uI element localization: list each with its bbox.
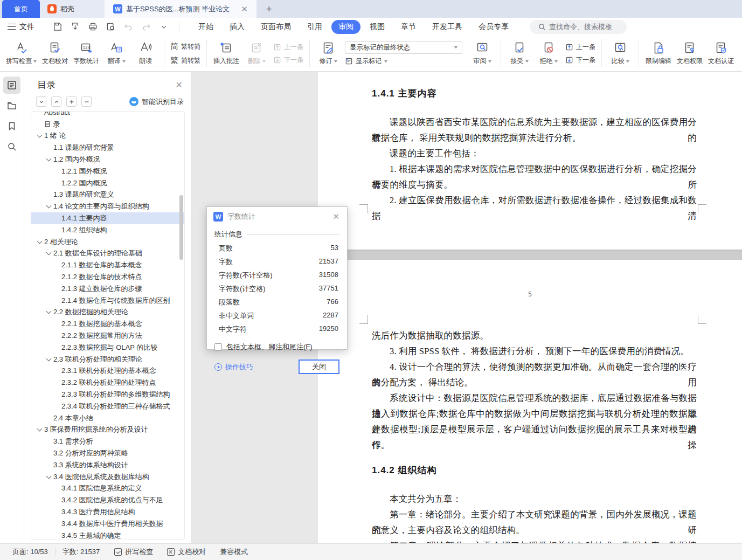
markup-state-select[interactable]: 显示标记的最终状态: [345, 41, 462, 54]
menu-tab[interactable]: 审阅: [331, 20, 360, 34]
toc-item[interactable]: 3.4.5 主题域的确定: [31, 530, 184, 540]
reviewer-button[interactable]: 审阅: [468, 40, 497, 67]
toc-item[interactable]: 1 绪 论: [31, 130, 184, 142]
task-pane-button[interactable]: [3, 97, 20, 114]
reject-revision-button[interactable]: 拒绝: [534, 40, 563, 67]
toc-item[interactable]: 1.2.2 国内概况: [31, 177, 184, 189]
toc-item[interactable]: 1.3 课题的研究意义: [31, 189, 184, 201]
zoom-in-button[interactable]: [66, 96, 77, 107]
toc-item[interactable]: 3.4.3 医疗费用信息结构: [31, 506, 184, 518]
spell-check-status[interactable]: 拼写检查: [107, 547, 160, 557]
word-count-indicator[interactable]: 字数: 21537: [56, 547, 107, 557]
toc-item[interactable]: Abstract: [31, 111, 184, 119]
tips-link[interactable]: 操作技巧: [214, 362, 253, 372]
read-aloud-button[interactable]: 朗读: [131, 40, 160, 67]
toc-item[interactable]: 2.2.1 数据挖掘的基本概念: [31, 318, 184, 330]
export-icon[interactable]: [70, 22, 80, 32]
toc-item[interactable]: 2.2.3.数据挖掘与 OLAP 的比较: [31, 342, 184, 354]
compare-button[interactable]: 比较: [606, 40, 635, 67]
toc-item[interactable]: 2.1.2 数据仓库的技术特点: [31, 271, 184, 283]
toc-item[interactable]: 1.4.1 主要内容: [31, 212, 184, 224]
toc-item[interactable]: 3.4.2 医院信息系统的优点与不足: [31, 494, 184, 506]
show-markup-button[interactable]: 显示标记: [345, 57, 462, 66]
previous-comment-button[interactable]: 上一条: [273, 43, 303, 52]
toc-item[interactable]: 1.2 国内外概况: [31, 154, 184, 165]
document-page-5[interactable]: 5 洗后作为数据抽取的数据源。3. 利用 SPSS 软件， 将数据进行分析， 预…: [318, 260, 742, 543]
menu-tab[interactable]: 章节: [394, 20, 423, 34]
spell-check-button[interactable]: 拼写检查: [3, 40, 39, 67]
undo-icon[interactable]: [123, 22, 134, 32]
next-revision-button[interactable]: 下一条: [565, 56, 595, 65]
checkbox[interactable]: [214, 343, 222, 351]
toc-item[interactable]: 2.2 数据挖掘的相关理论: [31, 307, 184, 319]
accept-revision-button[interactable]: 接受: [505, 40, 534, 67]
document-proof-button[interactable]: 文档校对: [39, 40, 71, 67]
close-icon[interactable]: ✕: [241, 4, 248, 14]
toc-item[interactable]: 2.3 联机分析处理的相关理论: [31, 354, 184, 365]
insert-comment-button[interactable]: 插入批注: [211, 40, 242, 67]
toc-item[interactable]: 1.2.1 国外概况: [31, 165, 184, 177]
toc-item[interactable]: 2.3.1 联机分析处理的基本概念: [31, 365, 184, 377]
smart-toc-button[interactable]: 智能识别目录: [129, 97, 184, 107]
menu-tab[interactable]: 页面布局: [254, 20, 298, 34]
toc-item[interactable]: 2.3.4 联机分析处理的三种存储格式: [31, 400, 184, 412]
toc-item[interactable]: 1.4.2 组织结构: [31, 224, 184, 236]
toc-item[interactable]: 2.1 数据仓库设计的理论基础: [31, 248, 184, 260]
menu-tab[interactable]: 插入: [223, 20, 252, 34]
track-changes-button[interactable]: 修订: [314, 40, 343, 67]
page-indicator[interactable]: 页面: 10/53: [5, 547, 55, 557]
next-comment-button[interactable]: 下一条: [273, 56, 303, 65]
bookmark-panel-button[interactable]: [3, 117, 20, 135]
toc-item[interactable]: 目 录: [31, 119, 184, 130]
toc-item[interactable]: 2.1.1 数据仓库的基本概念: [31, 259, 184, 271]
tab-home[interactable]: 首页: [2, 0, 40, 18]
toc-item[interactable]: 1.4 论文的主要内容与组织结构: [31, 201, 184, 212]
close-icon[interactable]: ✕: [331, 212, 341, 222]
toc-item[interactable]: 3.3 系统的体系结构设计: [31, 459, 184, 471]
menu-tab[interactable]: 引用: [300, 20, 329, 34]
simplified-to-traditional-button[interactable]: 繁 简转繁: [170, 56, 200, 66]
toc-item[interactable]: 2.1.4 数据仓库与传统数据库的区别: [31, 295, 184, 307]
toc-item[interactable]: 2.3.3 联机分析处理的多维数据结构: [31, 389, 184, 400]
toc-item[interactable]: 2.4 本章小结: [31, 412, 184, 424]
toc-panel-button[interactable]: [3, 77, 20, 94]
previous-revision-button[interactable]: 上一条: [565, 43, 595, 52]
toc-item[interactable]: 2.2.2 数据挖掘常用的方法: [31, 330, 184, 342]
find-panel-button[interactable]: [3, 138, 20, 155]
toc-item[interactable]: 3.4.1 医院信息系统的定义: [31, 483, 184, 495]
toc-item[interactable]: 3.1 需求分析: [31, 435, 184, 447]
document-page-4[interactable]: 1.4.1 主要内容课题以陕西省西安市某医院的信息系统为主要数据源，建立相应的医…: [318, 72, 742, 250]
collapse-all-button[interactable]: [51, 96, 61, 107]
restrict-editing-button[interactable]: 限制编辑: [643, 40, 674, 67]
command-search[interactable]: 查找命令、搜索模板: [530, 20, 627, 34]
traditional-to-simplified-button[interactable]: 简 繁转简: [170, 42, 200, 52]
customize-toolbar-chevron-icon[interactable]: [158, 22, 169, 32]
toc-item[interactable]: 3.4.4 数据库中医疗费用相关数据: [31, 518, 184, 530]
proofread-status[interactable]: 文档校对: [160, 547, 213, 557]
document-certification-button[interactable]: 文档认证: [705, 40, 737, 67]
toc-item[interactable]: 3.2 分析对应的两种策略: [31, 447, 184, 459]
document-permission-button[interactable]: 文档权限: [674, 40, 705, 67]
new-tab-button[interactable]: +: [256, 0, 282, 18]
toc-item[interactable]: 2 相关理论: [31, 236, 184, 248]
menu-tab[interactable]: 开始: [191, 20, 220, 34]
word-count-button[interactable]: 123 字数统计: [71, 40, 102, 67]
close-dialog-button[interactable]: 关闭: [299, 359, 339, 374]
tab-document[interactable]: W 基于SPSS的医...析预测 毕业论文 ✕: [105, 0, 256, 18]
zoom-out-button[interactable]: [81, 96, 92, 107]
delete-comment-button[interactable]: 删除: [242, 40, 271, 67]
menu-tab[interactable]: 会员专享: [471, 20, 516, 34]
toc-item[interactable]: 3.4 医院信息系统及数据库结构: [31, 471, 184, 483]
translate-button[interactable]: 中 翻译: [102, 40, 131, 67]
dialog-title-bar[interactable]: W 字数统计 ✕: [207, 207, 347, 225]
redo-icon[interactable]: [141, 22, 151, 32]
expand-all-button[interactable]: [36, 96, 46, 107]
save-icon[interactable]: [52, 22, 63, 32]
print-preview-icon[interactable]: [105, 22, 116, 32]
toc-item[interactable]: 1.1 课题的研究背景: [31, 142, 184, 154]
menu-tab[interactable]: 开发工具: [425, 20, 469, 34]
menu-tab[interactable]: 视图: [363, 20, 392, 34]
toc-item[interactable]: 2.3.2 联机分析处理的处理特点: [31, 377, 184, 389]
file-menu-button[interactable]: 文件: [0, 22, 42, 32]
close-icon[interactable]: ✕: [176, 80, 183, 90]
